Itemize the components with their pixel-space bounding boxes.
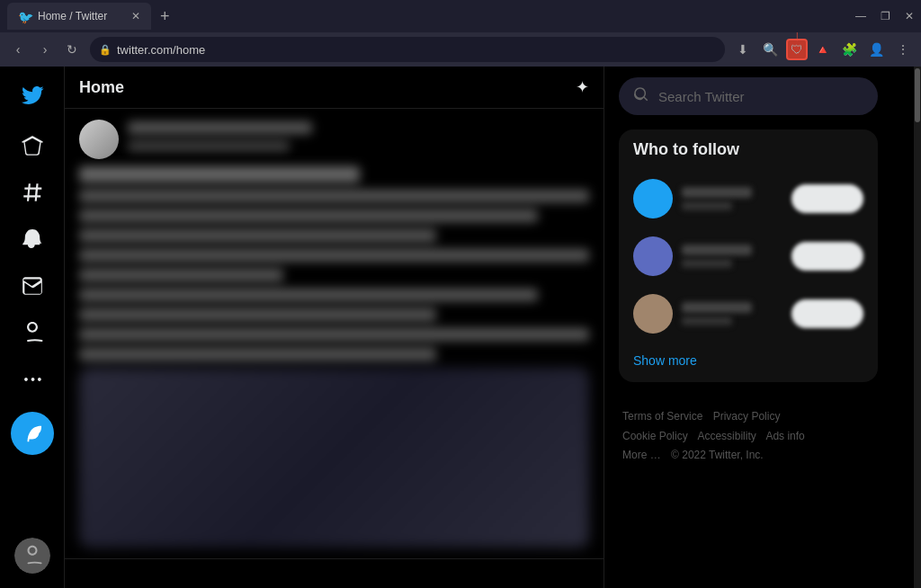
tweet-button[interactable] [11,412,54,455]
footer-link-more[interactable]: More … [622,449,661,461]
browser-actions: ⬇ 🔍 ↓ 🛡 🔺 🧩 👤 ⋮ [732,39,914,60]
follow-item-2 [619,227,878,285]
follow-button-2[interactable] [791,242,863,271]
author-handle [128,141,290,151]
right-sidebar: Who to follow [604,67,892,588]
footer-row-1: Terms of Service Privacy Policy [622,407,874,427]
tweet-content [79,166,589,548]
tweet-author-row [79,120,589,159]
footer-link-cookie[interactable]: Cookie Policy [622,430,688,442]
sidebar-item-explore[interactable] [11,171,54,214]
follow-handle-1 [682,201,732,210]
new-tab-button[interactable]: + [155,7,175,26]
tab-title: Home / Twitter [38,10,107,22]
tweet-text-8 [79,328,589,341]
minimize-button[interactable]: — [855,10,866,22]
follow-name-3 [682,302,752,313]
search-input[interactable] [658,89,863,104]
follow-handle-2 [682,259,732,268]
sidebar-item-notifications[interactable] [11,218,54,261]
twitter-app: Home ✦ [0,67,921,588]
footer-link-accessibility[interactable]: Accessibility [697,430,756,442]
lock-icon: 🔒 [99,44,112,56]
window-controls: — ❐ ✕ [855,10,914,22]
search-box[interactable] [619,77,878,115]
follow-avatar-2 [633,236,673,276]
tweet-card [65,109,604,559]
show-more-button[interactable]: Show more [619,343,878,371]
twitter-logo[interactable] [11,74,54,117]
extension-shield-icon: 🛡 [791,42,803,57]
tweet-avatar [79,120,119,159]
who-to-follow-title: Who to follow [619,140,878,170]
follow-name-area-2 [682,245,782,268]
tweet-text-7 [79,308,436,321]
sidebar-item-home[interactable] [11,124,54,167]
footer-link-privacy[interactable]: Privacy Policy [713,410,781,423]
sidebar-item-more[interactable] [11,358,54,401]
zoom-icon[interactable]: 🔍 [759,39,781,60]
search-icon [633,86,649,106]
sidebar-item-profile[interactable] [11,311,54,354]
tab-close-button[interactable]: ✕ [131,10,140,22]
footer-link-ads[interactable]: Ads info [765,430,804,442]
user-avatar-button[interactable] [14,538,50,574]
scrollbar-thumb[interactable] [915,68,920,122]
follow-avatar-1 [633,179,673,218]
author-name [128,121,312,134]
address-bar-row: ‹ › ↻ 🔒 twitter.com/home ⬇ 🔍 ↓ 🛡 🔺 🧩 [0,32,921,67]
follow-item-3 [619,285,878,343]
follow-name-2 [682,245,752,255]
main-feed: Home ✦ [65,67,604,588]
maximize-button[interactable]: ❐ [881,10,890,22]
address-bar[interactable]: 🔒 twitter.com/home [90,37,725,62]
footer-row-3: More … © 2022 Twitter, Inc. [622,446,874,466]
tweet-text-3 [79,229,436,242]
follow-name-1 [682,187,752,198]
nav-buttons: ‹ › ↻ [7,39,83,60]
tweet-author-info [128,121,589,158]
footer-link-terms[interactable]: Terms of Service [622,410,702,423]
scrollbar-track[interactable] [914,67,921,588]
browser-chrome: 🐦 Home / Twitter ✕ + — ❐ ✕ ‹ › ↻ 🔒 twitt… [0,0,921,67]
highlighted-extension-icon[interactable]: ↓ 🛡 [786,39,808,60]
page-title: Home [79,78,124,97]
follow-button-1[interactable] [791,184,863,213]
tweet-title-line [79,166,360,183]
follow-name-area-3 [682,302,782,325]
follow-avatar-3 [633,294,673,334]
main-header: Home ✦ [65,67,604,109]
footer-copyright: © 2022 Twitter, Inc. [671,449,764,461]
forward-button[interactable]: › [34,39,56,60]
tweet-text-6 [79,289,538,301]
extension-icons: ↓ 🛡 🔺 [786,39,833,60]
avatar-image [14,538,50,574]
back-button[interactable]: ‹ [7,39,29,60]
left-sidebar [0,67,65,588]
sidebar-item-messages[interactable] [11,264,54,307]
tweet-text-1 [79,190,589,202]
sparkle-icon[interactable]: ✦ [576,77,589,97]
follow-item-1 [619,170,878,227]
follow-button-3[interactable] [791,299,863,328]
follow-name-area-1 [682,187,782,210]
extensions-button[interactable]: 🧩 [838,39,860,60]
browser-window: 🐦 Home / Twitter ✕ + — ❐ ✕ ‹ › ↻ 🔒 twitt… [0,0,921,588]
footer-row-2: Cookie Policy Accessibility Ads info [622,427,874,447]
profile-icon[interactable]: 👤 [865,39,887,60]
url-text: twitter.com/home [117,43,205,57]
refresh-button[interactable]: ↻ [61,39,83,60]
tweet-text-4 [79,249,589,262]
who-to-follow-card: Who to follow [619,129,878,382]
follow-handle-3 [682,316,732,325]
close-button[interactable]: ✕ [905,10,914,22]
tweet-text-9 [79,348,436,361]
download-icon[interactable]: ⬇ [732,39,754,60]
extension-icon-2[interactable]: 🔺 [811,39,833,60]
footer-links: Terms of Service Privacy Policy Cookie P… [619,396,878,477]
arrow-indicator: ↓ [793,28,800,44]
menu-button[interactable]: ⋮ [892,39,914,60]
tweet-text-2 [79,209,538,222]
active-tab[interactable]: 🐦 Home / Twitter ✕ [7,3,151,30]
tweet-image [79,368,589,548]
